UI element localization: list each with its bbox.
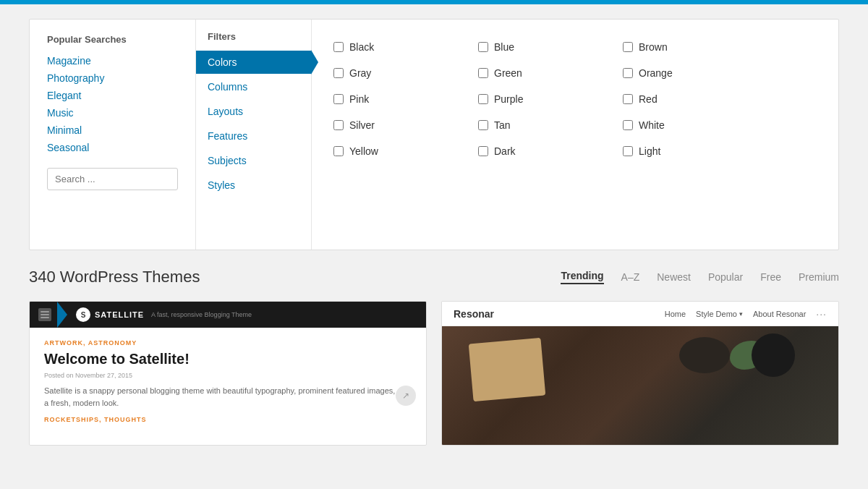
color-checkbox-dark[interactable] — [478, 146, 488, 156]
satellite-logo-circle: S — [76, 307, 90, 322]
list-item: Seasonal — [47, 142, 178, 153]
color-option-brown[interactable]: Brown — [623, 34, 767, 60]
color-label-pink[interactable]: Pink — [349, 93, 369, 105]
food-bowl-decoration — [679, 337, 730, 373]
tab-free[interactable]: Free — [760, 271, 781, 283]
tab-popular[interactable]: Popular — [708, 271, 743, 283]
theme-card-satellite[interactable]: S SATELLITE A fast, responsive Blogging … — [29, 301, 427, 446]
color-checkbox-tan[interactable] — [478, 120, 488, 130]
color-option-purple[interactable]: Purple — [478, 86, 623, 112]
color-label-tan[interactable]: Tan — [494, 119, 511, 131]
filter-panel: Popular Searches Magazine Photography El… — [29, 19, 839, 250]
color-checkbox-white[interactable] — [623, 120, 633, 130]
resonar-nav-style: Style Demo — [696, 310, 743, 318]
color-option-yellow[interactable]: Yellow — [333, 138, 478, 164]
color-checkbox-orange[interactable] — [623, 68, 633, 78]
filter-link-styles[interactable]: Styles — [196, 174, 311, 197]
satellite-footer-tag: ROCKETSHIPS, THOUGHTS — [44, 416, 412, 423]
color-checkbox-light[interactable] — [623, 146, 633, 156]
filter-link-layouts[interactable]: Layouts — [196, 100, 311, 123]
popular-search-elegant[interactable]: Elegant — [47, 90, 81, 101]
satellite-link-icon: ↗ — [396, 386, 416, 406]
color-checkbox-green[interactable] — [478, 68, 488, 78]
color-label-black[interactable]: Black — [349, 41, 374, 53]
color-option-orange[interactable]: Orange — [623, 60, 767, 86]
list-item: Music — [47, 107, 178, 119]
satellite-title: Welcome to Satellite! — [44, 351, 412, 367]
color-checkbox-yellow[interactable] — [333, 146, 344, 156]
filter-link-columns[interactable]: Columns — [196, 75, 311, 98]
resonar-nav-more-icon: ··· — [816, 308, 827, 320]
color-label-gray[interactable]: Gray — [349, 67, 371, 79]
color-label-brown[interactable]: Brown — [639, 41, 668, 53]
color-option-pink[interactable]: Pink — [333, 86, 478, 112]
color-option-dark[interactable]: Dark — [478, 138, 623, 164]
color-label-silver[interactable]: Silver — [349, 119, 375, 131]
color-checkbox-pink[interactable] — [333, 94, 344, 104]
list-item: Magazine — [47, 55, 178, 67]
color-checkbox-black[interactable] — [333, 42, 344, 52]
resonar-featured-image — [442, 326, 838, 446]
popular-search-minimal[interactable]: Minimal — [47, 124, 82, 136]
resonar-logo: Resonar — [454, 308, 494, 320]
popular-search-photography[interactable]: Photography — [47, 72, 104, 84]
themes-header: 340 WordPress Themes Trending A–Z Newest… — [29, 268, 839, 286]
color-checkbox-purple[interactable] — [478, 94, 488, 104]
color-checkbox-brown[interactable] — [623, 42, 633, 52]
color-label-light[interactable]: Light — [639, 145, 660, 157]
filters-title: Filters — [196, 31, 311, 42]
color-option-gray[interactable]: Gray — [333, 60, 478, 86]
filter-sidebar: Filters Colors Columns Layouts Features … — [196, 20, 312, 250]
popular-search-seasonal[interactable]: Seasonal — [47, 142, 89, 153]
color-option-silver[interactable]: Silver — [333, 112, 478, 138]
tab-newest[interactable]: Newest — [657, 271, 691, 283]
color-checkbox-red[interactable] — [623, 94, 633, 104]
popular-searches-list: Magazine Photography Elegant Music Minim… — [47, 55, 178, 153]
filter-item-colors: Colors — [196, 51, 311, 74]
satellite-description: Satellite is a snappy personal blogging … — [44, 385, 412, 409]
color-label-dark[interactable]: Dark — [494, 145, 516, 157]
popular-searches-section: Popular Searches Magazine Photography El… — [30, 20, 196, 250]
list-item: Minimal — [47, 124, 178, 136]
satellite-tag: ARTWORK, ASTRONOMY — [44, 339, 412, 346]
tab-premium[interactable]: Premium — [799, 271, 839, 283]
color-label-blue[interactable]: Blue — [494, 41, 514, 53]
color-option-black[interactable]: Black — [333, 34, 478, 60]
theme-card-resonar[interactable]: Resonar Home Style Demo About Resonar ··… — [441, 301, 839, 446]
search-input[interactable] — [47, 168, 178, 190]
food-herb-decoration — [730, 341, 766, 370]
satellite-logo-sub: A fast, responsive Blogging Theme — [151, 311, 252, 318]
color-label-yellow[interactable]: Yellow — [349, 145, 378, 157]
color-option-blue[interactable]: Blue — [478, 34, 623, 60]
color-label-red[interactable]: Red — [639, 93, 658, 105]
filter-item-columns: Columns — [196, 75, 311, 98]
theme-cards: S SATELLITE A fast, responsive Blogging … — [29, 301, 839, 446]
filter-item-styles: Styles — [196, 174, 311, 197]
tab-trending[interactable]: Trending — [561, 270, 603, 284]
satellite-arrow-icon — [57, 302, 67, 328]
color-label-orange[interactable]: Orange — [639, 67, 673, 79]
color-option-white[interactable]: White — [623, 112, 767, 138]
color-checkbox-gray[interactable] — [333, 68, 344, 78]
filter-link-colors[interactable]: Colors — [196, 51, 311, 74]
color-option-red[interactable]: Red — [623, 86, 767, 112]
satellite-logo-text: SATELLITE — [95, 310, 144, 319]
color-option-light[interactable]: Light — [623, 138, 767, 164]
color-checkbox-silver[interactable] — [333, 120, 344, 130]
color-checkbox-blue[interactable] — [478, 42, 488, 52]
filter-list: Colors Columns Layouts Features Subjects… — [196, 51, 311, 197]
color-label-green[interactable]: Green — [494, 67, 522, 79]
satellite-body: ARTWORK, ASTRONOMY Welcome to Satellite!… — [30, 328, 426, 435]
color-label-white[interactable]: White — [639, 119, 665, 131]
color-option-green[interactable]: Green — [478, 60, 623, 86]
resonar-header: Resonar Home Style Demo About Resonar ··… — [442, 302, 838, 326]
color-option-tan[interactable]: Tan — [478, 112, 623, 138]
resonar-nav-home: Home — [665, 310, 686, 318]
color-label-purple[interactable]: Purple — [494, 93, 523, 105]
filter-link-subjects[interactable]: Subjects — [196, 149, 311, 172]
tab-az[interactable]: A–Z — [621, 271, 640, 283]
popular-search-music[interactable]: Music — [47, 107, 74, 119]
popular-search-magazine[interactable]: Magazine — [47, 55, 91, 67]
filter-link-features[interactable]: Features — [196, 124, 311, 148]
themes-section: 340 WordPress Themes Trending A–Z Newest… — [29, 268, 839, 446]
